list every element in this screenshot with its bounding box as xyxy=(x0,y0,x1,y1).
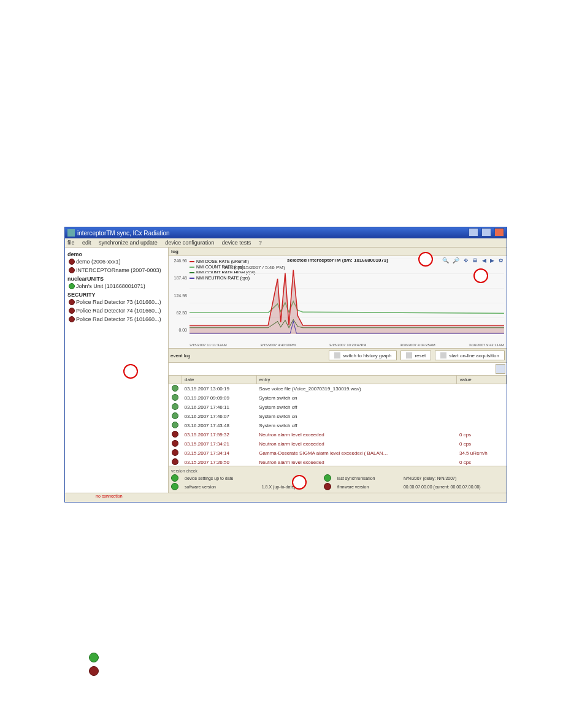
app-window: interceptorTM sync, ICx Radiation file e… xyxy=(64,227,507,502)
row-status-icon xyxy=(169,458,182,466)
vc-label: firmware version xyxy=(337,485,399,489)
tree-group-nuclear[interactable]: nuclearUNITS xyxy=(67,276,166,282)
reset-button[interactable]: reset xyxy=(400,351,431,360)
cell-value: 34.5 uRem/h xyxy=(457,449,507,458)
window-title: interceptorTM sync, ICx Radiation xyxy=(77,230,467,237)
status-text: no connection xyxy=(96,494,123,498)
x-tick: 3/16/2007 4:04:25AM xyxy=(400,343,435,347)
content-area: demo demo (2006-xxx1) INTERCEPTORname (2… xyxy=(65,248,507,493)
cell-entry: System switch off xyxy=(256,403,457,412)
table-row[interactable]: 03.19.2007 09:09:09System switch on xyxy=(169,393,507,403)
table-row[interactable]: 03.19.2007 13:00:19Save voice file (Voic… xyxy=(169,384,507,394)
menu-file[interactable]: file xyxy=(67,240,75,246)
status-ok-icon xyxy=(171,474,178,482)
x-tick: 3/16/2007 9:42:11AM xyxy=(469,343,504,347)
vc-label: device settings up to date xyxy=(185,476,257,480)
menubar: file edit synchronize and update device … xyxy=(65,238,507,248)
row-status-icon xyxy=(169,384,182,394)
scroll-lock-icon[interactable] xyxy=(496,364,505,374)
cell-entry: Neutron alarm level exceeded xyxy=(256,458,457,466)
table-row[interactable]: 03.16.2007 17:46:11System switch off xyxy=(169,403,507,412)
tree-item[interactable]: Police Rad Detector 75 (101660...) xyxy=(67,315,166,324)
cell-date: 03.19.2007 09:09:09 xyxy=(182,393,257,403)
cell-date: 03.15.2007 17:59:32 xyxy=(182,430,257,439)
event-log[interactable]: date entry value 03.19.2007 13:00:19Save… xyxy=(169,363,507,466)
status-bad-icon xyxy=(324,483,331,490)
col-date[interactable]: date xyxy=(182,376,257,384)
status-ok-icon xyxy=(89,653,99,662)
tree-group-demo[interactable]: demo xyxy=(67,251,166,257)
table-row[interactable]: 03.15.2007 17:34:14Gamma-Doserate SIGMA … xyxy=(169,449,507,458)
row-status-icon xyxy=(169,412,182,421)
vc-value: 00.00.07.00.00 (current: 00.00.07.00.00) xyxy=(404,485,504,489)
chart-svg xyxy=(190,259,504,334)
chart-button-row: event log switch to history graph reset … xyxy=(169,349,507,363)
vc-value: 1.8.X (up-to-date) xyxy=(262,485,319,489)
reset-icon xyxy=(406,352,412,358)
close-button[interactable] xyxy=(494,228,504,237)
cell-date: 03.15.2007 17:34:21 xyxy=(182,439,257,449)
vc-label: software version xyxy=(185,485,257,489)
minimize-button[interactable] xyxy=(469,228,478,237)
status-ok-icon xyxy=(324,474,331,482)
cell-date: 03.15.2007 17:26:50 xyxy=(182,458,257,466)
menu-device-config[interactable]: device configuration xyxy=(165,240,214,246)
tree-item[interactable]: INTERCEPTORname (2007-0003) xyxy=(67,266,166,275)
menu-edit[interactable]: edit xyxy=(82,240,91,246)
cell-value xyxy=(457,403,507,412)
cell-date: 03.16.2007 17:46:07 xyxy=(182,412,257,421)
table-row[interactable]: 03.15.2007 17:34:21Neutron alarm level e… xyxy=(169,439,507,449)
col-value[interactable]: value xyxy=(457,376,507,384)
table-row[interactable]: 03.16.2007 17:46:07System switch on xyxy=(169,412,507,421)
row-status-icon xyxy=(169,403,182,412)
log-tab[interactable]: log xyxy=(169,248,507,256)
col-entry[interactable]: entry xyxy=(256,376,457,384)
status-bad-icon xyxy=(89,666,99,676)
app-icon xyxy=(67,229,75,237)
tree-item[interactable]: Police Rad Detector 73 (101660...) xyxy=(67,298,166,306)
maximize-button[interactable] xyxy=(481,228,491,237)
chart-x-axis: 3/15/2007 11:11:32AM 3/15/2007 4:40:10PM… xyxy=(190,343,504,347)
tree-item[interactable]: demo (2006-xxx1) xyxy=(67,257,166,266)
annotation-circle xyxy=(292,475,307,490)
version-check-panel: version check device settings up to date… xyxy=(169,466,507,493)
switch-history-button[interactable]: switch to history graph xyxy=(329,351,397,360)
version-check-title: version check xyxy=(171,469,504,473)
window-buttons xyxy=(467,228,504,238)
eventlog-tab[interactable]: event log xyxy=(170,353,190,358)
tree-group-security[interactable]: SECURITY xyxy=(67,292,166,298)
x-tick: 3/15/2007 4:40:10PM xyxy=(261,343,296,347)
table-row[interactable]: 03.15.2007 17:59:32Neutron alarm level e… xyxy=(169,430,507,439)
row-status-icon xyxy=(169,439,182,449)
row-status-icon xyxy=(169,421,182,430)
menu-device-tests[interactable]: device tests xyxy=(222,240,251,246)
start-acquisition-button[interactable]: start on-line acquisition xyxy=(435,351,505,360)
chart-pane: selected interceptorTM (s/n: 10166800107… xyxy=(169,256,507,349)
menu-sync[interactable]: synchronize and update xyxy=(99,240,158,246)
tree-item[interactable]: Police Rad Detector 74 (101660...) xyxy=(67,306,166,315)
footer-legend xyxy=(89,653,99,680)
chart-y-axis: 246.96 187.48 124.98 62.50 0.00 xyxy=(170,259,187,332)
play-icon xyxy=(440,352,446,358)
menu-help[interactable]: ? xyxy=(259,240,262,246)
table-row[interactable]: 03.16.2007 17:43:48System switch off xyxy=(169,421,507,430)
cell-entry: System switch on xyxy=(256,393,457,403)
status-ok-icon xyxy=(171,483,178,490)
cell-date: 03.19.2007 13:00:19 xyxy=(182,384,257,394)
right-pane: log selected interceptorTM (s/n: 1016680… xyxy=(169,248,507,493)
cell-entry: Gamma-Doserate SIGMA alarm level exceede… xyxy=(256,449,457,458)
device-tree[interactable]: demo demo (2006-xxx1) INTERCEPTORname (2… xyxy=(65,248,169,493)
x-tick: 3/15/2007 10:20:47PM xyxy=(329,343,367,347)
tree-item[interactable]: John's Unit (101668001071) xyxy=(67,282,166,290)
cell-date: 03.16.2007 17:46:11 xyxy=(182,403,257,412)
table-row[interactable]: 03.15.2007 17:26:50Neutron alarm level e… xyxy=(169,458,507,466)
series-count-rate xyxy=(190,301,504,313)
cell-value xyxy=(457,412,507,421)
cell-value: 0 cps xyxy=(457,439,507,449)
vc-value: N/N/2007 (delay: N/N/2007) xyxy=(404,476,504,480)
event-log-table: date entry value 03.19.2007 13:00:19Save… xyxy=(169,375,507,466)
series-dose-rate xyxy=(190,270,504,325)
cell-date: 03.15.2007 17:34:14 xyxy=(182,449,257,458)
y-tick: 246.96 xyxy=(170,259,187,263)
y-tick: 0.00 xyxy=(170,328,187,332)
